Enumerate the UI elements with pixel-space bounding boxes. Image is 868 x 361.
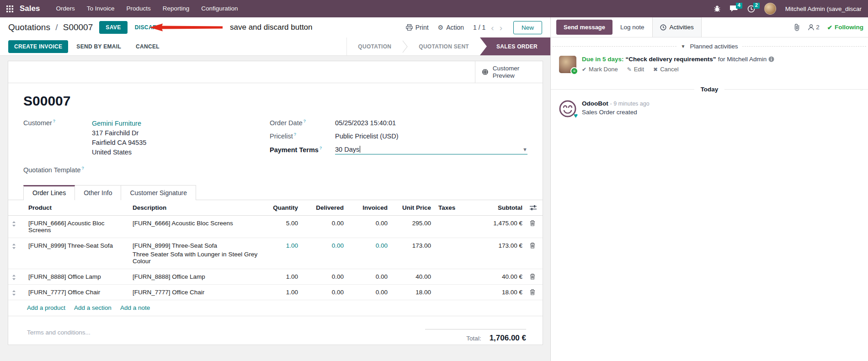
debug-bug-icon[interactable] [714,5,721,12]
messages-icon[interactable]: 4 [730,5,738,12]
cell-unit-price[interactable]: 173.00 [391,238,435,269]
following-button[interactable]: ✔ Following [827,24,863,31]
cancel-activity-button[interactable]: ✖Cancel [653,66,679,73]
order-date-value[interactable]: 05/25/2023 15:40:01 [335,119,396,127]
activities-button[interactable]: Activities [652,17,702,37]
cell-delivered[interactable]: 0.00 [302,238,347,269]
cell-unit-price[interactable]: 295.00 [391,215,435,238]
col-subtotal[interactable]: Subtotal [469,200,526,216]
pager-next-icon[interactable]: › [500,23,502,32]
cell-description[interactable]: [FURN_6666] Acoustic Bloc Screens [129,215,261,238]
step-quotation-sent[interactable]: QUOTATION SENT [408,37,480,55]
menu-configuration[interactable]: Configuration [195,0,244,17]
activities-clock-icon[interactable]: 2 [747,5,755,13]
user-avatar[interactable] [764,3,776,15]
add-note-link[interactable]: Add a note [120,304,150,311]
send-message-button[interactable]: Send message [556,20,612,35]
delete-row-button[interactable] [526,284,543,300]
col-delivered[interactable]: Delivered [302,200,347,216]
cell-quantity[interactable]: 1.00 [261,284,302,300]
menu-orders[interactable]: Orders [50,0,80,17]
cell-invoiced[interactable]: 0.00 [347,284,391,300]
cell-invoiced[interactable]: 0.00 [347,215,391,238]
cell-product[interactable]: [FURN_7777] Office Chair [25,284,129,300]
cell-invoiced[interactable]: 0.00 [347,269,391,284]
cell-delivered[interactable]: 0.00 [302,269,347,284]
menu-to-invoice[interactable]: To Invoice [81,0,121,17]
cell-taxes[interactable] [435,215,469,238]
app-name[interactable]: Sales [20,4,40,13]
menu-reporting[interactable]: Reporting [157,0,196,17]
cell-unit-price[interactable]: 18.00 [391,284,435,300]
payment-terms-input[interactable]: 30 Days ▼ [335,146,527,154]
cell-unit-price[interactable]: 40.00 [391,269,435,284]
drag-handle-icon[interactable] [8,284,25,300]
cell-taxes[interactable] [435,284,469,300]
info-icon[interactable] [768,56,774,62]
save-button[interactable]: SAVE [99,21,127,34]
pager-previous-icon[interactable]: ‹ [491,23,494,32]
cell-description[interactable]: [FURN_7777] Office Chair [129,284,261,300]
discard-button[interactable]: DISCARD [135,24,161,31]
optional-columns-button[interactable] [526,200,543,216]
terms-conditions-placeholder[interactable]: Terms and conditions... [27,329,91,336]
table-row[interactable]: [FURN_8999] Three-Seat Sofa [FURN_8999] … [8,238,543,269]
customer-link[interactable]: Gemini Furniture [92,119,146,128]
edit-activity-button[interactable]: ✎Edit [627,66,644,73]
table-row[interactable]: [FURN_6666] Acoustic Bloc Screens [FURN_… [8,215,543,238]
print-button[interactable]: Print [406,24,429,31]
send-by-email-button[interactable]: SEND BY EMAIL [70,41,128,53]
cell-delivered[interactable]: 0.00 [302,215,347,238]
cell-quantity[interactable]: 5.00 [261,215,302,238]
tab-order-lines[interactable]: Order Lines [23,185,75,200]
message-author[interactable]: OdooBot [582,100,608,107]
col-description[interactable]: Description [129,200,261,216]
cell-description[interactable]: [FURN_8888] Office Lamp [129,269,261,284]
menu-products[interactable]: Products [121,0,157,17]
cell-quantity[interactable]: 1.00 [261,238,302,269]
user-name[interactable]: Mitchell Admin (save_discar [785,5,862,12]
new-button[interactable]: New [513,21,542,34]
cell-description[interactable]: [FURN_8999] Three-Seat Sofa Three Seater… [129,238,261,269]
tab-other-info[interactable]: Other Info [75,185,121,200]
drag-handle-icon[interactable] [8,238,25,269]
log-note-button[interactable]: Log note [612,17,652,37]
customer-preview-button[interactable]: Customer Preview [475,61,543,83]
cell-taxes[interactable] [435,269,469,284]
add-section-link[interactable]: Add a section [74,304,112,311]
mark-done-button[interactable]: ✔Mark Done [582,66,618,73]
col-product[interactable]: Product [25,200,129,216]
apps-menu-icon[interactable] [6,5,13,12]
dropdown-caret-icon[interactable]: ▼ [522,147,527,152]
breadcrumb-parent[interactable]: Quotations [8,22,50,32]
table-row[interactable]: [FURN_7777] Office Chair [FURN_7777] Off… [8,284,543,300]
col-quantity[interactable]: Quantity [261,200,302,216]
followers-button[interactable]: 2 [808,24,820,31]
attachment-button[interactable] [793,23,800,31]
cell-delivered[interactable]: 0.00 [302,284,347,300]
step-sales-order[interactable]: SALES ORDER [480,37,550,55]
cell-product[interactable]: [FURN_6666] Acoustic Bloc Screens [25,215,129,238]
cell-invoiced[interactable]: 0.00 [347,238,391,269]
pricelist-value[interactable]: Public Pricelist (USD) [335,133,399,140]
cell-product[interactable]: [FURN_8999] Three-Seat Sofa [25,238,129,269]
action-button[interactable]: ⚙ Action [438,24,464,31]
planned-activities-header[interactable]: ▼ Planned activities [551,43,868,50]
delete-row-button[interactable] [526,215,543,238]
col-unit-price[interactable]: Unit Price [391,200,435,216]
step-quotation[interactable]: QUOTATION [347,37,402,55]
col-invoiced[interactable]: Invoiced [347,200,391,216]
table-row[interactable]: [FURN_8888] Office Lamp [FURN_8888] Offi… [8,269,543,284]
delete-row-button[interactable] [526,269,543,284]
drag-handle-icon[interactable] [8,215,25,238]
create-invoice-button[interactable]: CREATE INVOICE [8,40,68,53]
add-product-link[interactable]: Add a product [27,304,65,311]
cell-product[interactable]: [FURN_8888] Office Lamp [25,269,129,284]
delete-row-button[interactable] [526,238,543,269]
cell-quantity[interactable]: 1.00 [261,269,302,284]
drag-handle-icon[interactable] [8,269,25,284]
tab-customer-signature[interactable]: Customer Signature [121,185,196,200]
cell-taxes[interactable] [435,238,469,269]
col-taxes[interactable]: Taxes [435,200,469,216]
cancel-button[interactable]: CANCEL [129,41,166,53]
